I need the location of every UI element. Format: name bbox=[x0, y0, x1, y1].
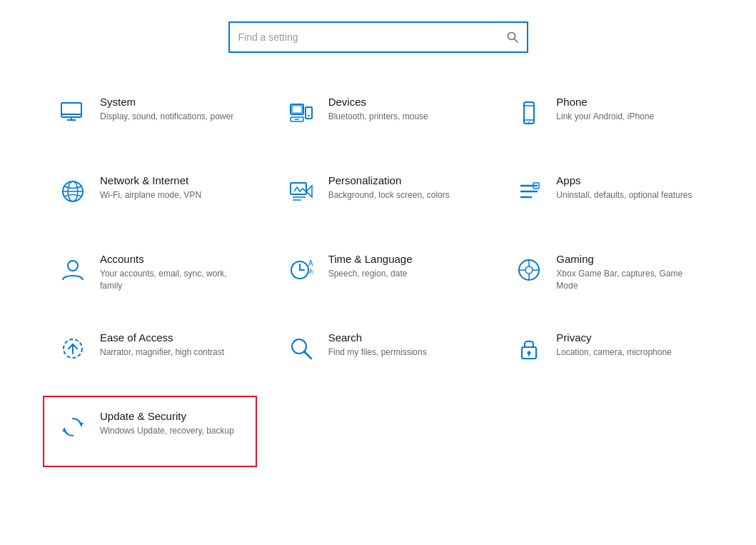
setting-item-privacy[interactable]: Privacy Location, camera, microphone bbox=[499, 317, 713, 389]
system-icon bbox=[56, 96, 90, 130]
devices-icon bbox=[284, 96, 318, 130]
svg-line-1 bbox=[514, 39, 518, 43]
setting-title-ease: Ease of Access bbox=[100, 331, 244, 344]
phone-icon bbox=[512, 96, 546, 130]
setting-text-devices: Devices Bluetooth, printers, mouse bbox=[328, 96, 473, 123]
setting-title-apps: Apps bbox=[556, 174, 700, 186]
settings-page: System Display, sound, notifications, po… bbox=[0, 0, 756, 545]
setting-item-time[interactable]: A あ Time & Language Speech, region, date bbox=[271, 239, 485, 310]
network-icon bbox=[56, 174, 90, 209]
personalization-icon bbox=[284, 174, 318, 209]
setting-text-personalization: Personalization Background, lock screen,… bbox=[328, 174, 473, 201]
search-input[interactable] bbox=[238, 31, 507, 43]
setting-text-network: Network & Internet Wi-Fi, airplane mode,… bbox=[100, 174, 244, 201]
setting-title-update: Update & Security bbox=[100, 410, 244, 422]
setting-desc-phone: Link your Android, iPhone bbox=[556, 111, 700, 123]
ease-icon bbox=[56, 331, 90, 366]
setting-item-system[interactable]: System Display, sound, notifications, po… bbox=[43, 81, 257, 153]
setting-desc-ease: Narrator, magnifier, high contrast bbox=[100, 346, 244, 359]
search-icon bbox=[507, 31, 518, 43]
setting-title-personalization: Personalization bbox=[328, 174, 473, 186]
setting-desc-privacy: Location, camera, microphone bbox=[556, 346, 700, 359]
setting-item-search[interactable]: Search Find my files, permissions bbox=[271, 317, 485, 389]
setting-item-apps[interactable]: Apps Uninstall, defaults, optional featu… bbox=[499, 160, 713, 231]
update-icon bbox=[56, 410, 90, 444]
setting-title-accounts: Accounts bbox=[100, 253, 244, 265]
setting-item-accounts[interactable]: Accounts Your accounts, email, sync, wor… bbox=[43, 239, 257, 310]
time-icon: A あ bbox=[284, 253, 318, 287]
setting-item-gaming[interactable]: Gaming Xbox Game Bar, captures, Game Mod… bbox=[499, 239, 713, 310]
svg-point-33 bbox=[525, 266, 533, 274]
setting-desc-gaming: Xbox Game Bar, captures, Game Mode bbox=[556, 268, 700, 292]
setting-title-privacy: Privacy bbox=[556, 331, 700, 344]
setting-item-update[interactable]: Update & Security Windows Update, recove… bbox=[43, 396, 257, 467]
setting-item-ease[interactable]: Ease of Access Narrator, magnifier, high… bbox=[43, 317, 257, 389]
setting-item-network[interactable]: Network & Internet Wi-Fi, airplane mode,… bbox=[43, 160, 257, 231]
setting-desc-apps: Uninstall, defaults, optional features bbox=[556, 189, 700, 201]
gaming-icon bbox=[512, 253, 546, 287]
setting-title-phone: Phone bbox=[556, 96, 700, 108]
setting-text-search: Search Find my files, permissions bbox=[328, 331, 473, 359]
svg-point-15 bbox=[528, 121, 530, 123]
setting-title-devices: Devices bbox=[328, 96, 473, 108]
setting-item-personalization[interactable]: Personalization Background, lock screen,… bbox=[271, 160, 485, 231]
setting-text-time: Time & Language Speech, region, date bbox=[328, 253, 473, 280]
setting-text-ease: Ease of Access Narrator, magnifier, high… bbox=[100, 331, 244, 359]
svg-point-42 bbox=[528, 351, 531, 355]
setting-text-privacy: Privacy Location, camera, microphone bbox=[556, 331, 700, 359]
svg-text:A: A bbox=[308, 259, 313, 267]
setting-title-search: Search bbox=[328, 331, 473, 344]
privacy-icon bbox=[512, 331, 546, 366]
setting-desc-network: Wi-Fi, airplane mode, VPN bbox=[100, 189, 244, 201]
setting-text-update: Update & Security Windows Update, recove… bbox=[100, 410, 244, 437]
svg-point-26 bbox=[68, 261, 78, 271]
setting-text-apps: Apps Uninstall, defaults, optional featu… bbox=[556, 174, 700, 201]
svg-rect-8 bbox=[306, 107, 312, 119]
accounts-icon bbox=[56, 253, 90, 287]
setting-desc-update: Windows Update, recovery, backup bbox=[100, 425, 244, 437]
setting-item-devices[interactable]: Devices Bluetooth, printers, mouse bbox=[271, 81, 485, 153]
setting-text-system: System Display, sound, notifications, po… bbox=[100, 96, 244, 123]
search-setting-icon bbox=[284, 331, 318, 366]
search-box bbox=[228, 21, 528, 53]
svg-line-40 bbox=[304, 351, 311, 359]
setting-desc-search: Find my files, permissions bbox=[328, 346, 473, 359]
setting-item-phone[interactable]: Phone Link your Android, iPhone bbox=[499, 81, 713, 153]
setting-title-network: Network & Internet bbox=[100, 174, 244, 186]
setting-text-phone: Phone Link your Android, iPhone bbox=[556, 96, 700, 123]
setting-title-system: System bbox=[100, 96, 244, 108]
setting-desc-system: Display, sound, notifications, power bbox=[100, 111, 244, 123]
apps-icon bbox=[512, 174, 546, 209]
setting-title-time: Time & Language bbox=[328, 253, 473, 265]
search-container bbox=[43, 21, 713, 53]
setting-text-accounts: Accounts Your accounts, email, sync, wor… bbox=[100, 253, 244, 292]
setting-desc-devices: Bluetooth, printers, mouse bbox=[328, 111, 473, 123]
setting-desc-personalization: Background, lock screen, colors bbox=[328, 189, 473, 201]
setting-text-gaming: Gaming Xbox Game Bar, captures, Game Mod… bbox=[556, 253, 700, 292]
setting-desc-time: Speech, region, date bbox=[328, 268, 473, 280]
svg-rect-7 bbox=[292, 106, 302, 113]
svg-text:あ: あ bbox=[308, 268, 314, 274]
setting-title-gaming: Gaming bbox=[556, 253, 700, 265]
settings-grid: System Display, sound, notifications, po… bbox=[43, 81, 713, 467]
setting-desc-accounts: Your accounts, email, sync, work, family bbox=[100, 268, 244, 292]
